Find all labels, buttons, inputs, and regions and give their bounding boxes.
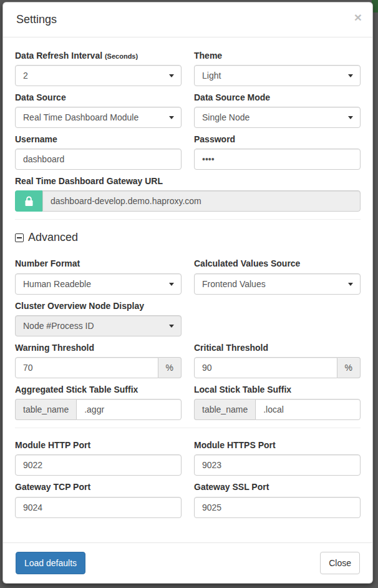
field-module-https-port: Module HTTPS Port: [194, 439, 361, 476]
gateway-tcp-port-label: Gateway TCP Port: [15, 481, 182, 492]
percent-addon: %: [337, 357, 361, 378]
modal-footer: Load defaults Close: [3, 542, 372, 583]
module-http-port-label: Module HTTP Port: [15, 439, 182, 451]
module-http-port-input[interactable]: [15, 454, 182, 476]
refresh-interval-label-unit: (Seconds): [105, 52, 138, 60]
modal-title: Settings: [16, 12, 359, 28]
data-source-label: Data Source: [15, 92, 182, 103]
chevron-down-icon: [348, 116, 353, 119]
chevron-down-icon: [169, 325, 174, 328]
refresh-interval-select[interactable]: 2: [15, 65, 182, 86]
gateway-ssl-port-input[interactable]: [194, 497, 361, 518]
field-warning-threshold: Warning Threshold %: [15, 342, 182, 378]
field-critical-threshold: Critical Threshold %: [194, 342, 361, 378]
table-name-addon: table_name: [15, 399, 76, 420]
username-input[interactable]: [15, 149, 182, 170]
gateway-url-input: [42, 190, 361, 212]
password-label: Password: [194, 134, 361, 145]
field-data-source-mode: Data Source Mode Single Node: [194, 92, 361, 128]
modal-header: Settings ×: [3, 2, 372, 37]
gateway-url-label: Real Time Dashboard Gateway URL: [15, 175, 361, 187]
username-label: Username: [15, 134, 182, 145]
local-suffix-label: Local Stick Table Suffix: [194, 384, 361, 395]
calculated-values-source-value: Frontend Values: [202, 278, 266, 290]
module-https-port-input[interactable]: [194, 454, 361, 476]
aggregated-suffix-label: Aggregated Stick Table Suffix: [15, 384, 182, 395]
refresh-interval-label: Data Refresh Interval (Seconds): [15, 50, 182, 61]
collapse-minus-icon: [15, 233, 24, 242]
field-cluster-overview-node-display: Cluster Overview Node Display Node #Proc…: [15, 300, 182, 336]
cluster-overview-node-display-value: Node #Process ID: [23, 320, 94, 332]
number-format-label: Number Format: [15, 258, 182, 269]
field-gateway-tcp-port: Gateway TCP Port: [15, 481, 182, 517]
field-username: Username: [15, 134, 182, 170]
calculated-values-source-label: Calculated Values Source: [194, 258, 361, 269]
advanced-label: Advanced: [28, 231, 78, 244]
chevron-down-icon: [348, 74, 353, 77]
table-name-addon: table_name: [194, 399, 255, 420]
gateway-url-group: [15, 190, 361, 212]
theme-select[interactable]: Light: [194, 65, 361, 86]
theme-label: Theme: [194, 50, 361, 61]
field-number-format: Number Format Human Readeble: [15, 258, 182, 294]
warning-threshold-group: %: [15, 357, 182, 378]
data-source-mode-value: Single Node: [202, 111, 250, 124]
password-input[interactable]: [194, 149, 361, 170]
close-icon[interactable]: ×: [354, 11, 362, 24]
field-module-http-port: Module HTTP Port: [15, 439, 182, 476]
field-gateway-url: Real Time Dashboard Gateway URL: [15, 175, 361, 212]
lock-icon: [15, 190, 42, 212]
field-aggregated-suffix: Aggregated Stick Table Suffix table_name: [15, 384, 182, 420]
cluster-overview-node-display-select: Node #Process ID: [15, 315, 182, 336]
number-format-value: Human Readeble: [23, 278, 91, 290]
local-suffix-input[interactable]: [255, 399, 361, 420]
field-password: Password: [194, 134, 361, 170]
number-format-select[interactable]: Human Readeble: [15, 273, 182, 295]
chevron-down-icon: [169, 74, 174, 77]
load-defaults-button[interactable]: Load defaults: [16, 552, 85, 574]
warning-threshold-label: Warning Threshold: [15, 342, 182, 353]
aggregated-suffix-group: table_name: [15, 399, 182, 420]
gateway-ssl-port-label: Gateway SSL Port: [194, 481, 361, 492]
chevron-down-icon: [348, 283, 353, 286]
divider: [15, 219, 361, 220]
critical-threshold-label: Critical Threshold: [194, 342, 361, 353]
field-gateway-ssl-port: Gateway SSL Port: [194, 481, 361, 517]
settings-modal: Settings × Data Refresh Interval (Second…: [2, 2, 373, 584]
data-source-value: Real Time Dashboard Module: [23, 111, 138, 124]
theme-value: Light: [202, 69, 221, 82]
refresh-interval-value: 2: [23, 69, 28, 82]
warning-threshold-input[interactable]: [15, 357, 158, 378]
critical-threshold-group: %: [194, 357, 361, 378]
chevron-down-icon: [169, 116, 174, 119]
field-data-source: Data Source Real Time Dashboard Module: [15, 92, 182, 128]
critical-threshold-input[interactable]: [194, 357, 337, 378]
data-source-mode-select[interactable]: Single Node: [194, 107, 361, 128]
modal-body: Data Refresh Interval (Seconds) 2 Theme …: [3, 37, 372, 542]
advanced-section-toggle[interactable]: Advanced: [15, 231, 361, 244]
field-refresh-interval: Data Refresh Interval (Seconds) 2: [15, 50, 182, 86]
data-source-select[interactable]: Real Time Dashboard Module: [15, 107, 182, 128]
data-source-mode-label: Data Source Mode: [194, 92, 361, 103]
local-suffix-group: table_name: [194, 399, 361, 420]
divider: [15, 428, 361, 428]
calculated-values-source-select[interactable]: Frontend Values: [194, 273, 361, 295]
field-theme: Theme Light: [194, 50, 361, 86]
field-local-suffix: Local Stick Table Suffix table_name: [194, 384, 361, 420]
close-button[interactable]: Close: [320, 552, 360, 574]
cluster-overview-node-display-label: Cluster Overview Node Display: [15, 300, 182, 311]
aggregated-suffix-input[interactable]: [76, 399, 182, 420]
chevron-down-icon: [169, 283, 174, 286]
gateway-tcp-port-input[interactable]: [15, 497, 182, 518]
field-calculated-values-source: Calculated Values Source Frontend Values: [194, 258, 361, 294]
module-https-port-label: Module HTTPS Port: [194, 439, 361, 451]
percent-addon: %: [158, 357, 182, 378]
